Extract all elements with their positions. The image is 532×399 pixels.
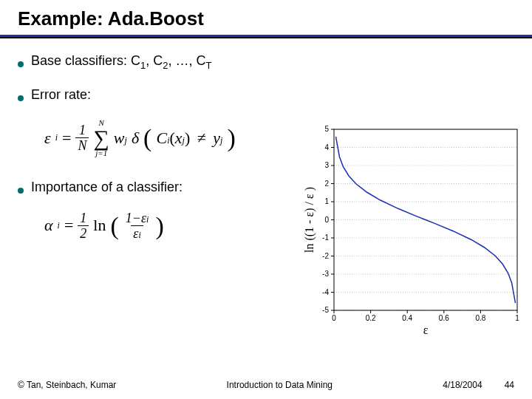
sum-lower: j=1 bbox=[95, 149, 107, 157]
sym: = bbox=[64, 216, 73, 235]
svg-text:1: 1 bbox=[515, 314, 519, 322]
svg-text:0: 0 bbox=[324, 216, 329, 224]
text: Base classifiers: C bbox=[31, 53, 140, 68]
subscript: 2 bbox=[163, 60, 168, 71]
svg-text:-3: -3 bbox=[322, 270, 329, 278]
sub: i bbox=[58, 220, 60, 231]
bullet-base-classifiers: Base classifiers: C1, C2, …, CT bbox=[18, 53, 514, 71]
sym: δ bbox=[132, 129, 139, 148]
paren-close: ) bbox=[155, 216, 163, 236]
sym: = bbox=[62, 129, 71, 148]
paren-open: ( bbox=[143, 128, 151, 148]
denominator: εi bbox=[131, 225, 143, 240]
svg-text:0.4: 0.4 bbox=[402, 314, 412, 322]
bullet-icon bbox=[18, 61, 24, 67]
footer: © Tan, Steinbach, Kumar Introduction to … bbox=[0, 380, 532, 390]
svg-text:0.6: 0.6 bbox=[439, 314, 449, 322]
subscript: T bbox=[206, 60, 212, 71]
denominator: 2 bbox=[78, 225, 89, 240]
bullet-text: Error rate: bbox=[31, 87, 91, 103]
importance-chart: 00.20.40.60.81-5-4-3-2-1012345εln ((1 - … bbox=[303, 122, 525, 336]
paren-open: ( bbox=[110, 216, 118, 236]
svg-text:5: 5 bbox=[324, 125, 329, 133]
svg-text:-4: -4 bbox=[322, 288, 329, 296]
sub: i bbox=[55, 132, 58, 143]
numerator: 1 bbox=[77, 123, 88, 137]
sub: j bbox=[220, 135, 222, 146]
svg-text:ln ((1 - ε) / ε ): ln ((1 - ε) / ε ) bbox=[303, 187, 316, 253]
footer-page: 44 bbox=[505, 380, 514, 390]
sym: w bbox=[114, 129, 125, 147]
svg-text:ε: ε bbox=[423, 324, 429, 336]
svg-text:1: 1 bbox=[324, 197, 329, 205]
numerator: 1−εi bbox=[123, 211, 151, 225]
summation: N ∑ j=1 bbox=[93, 119, 109, 157]
sub: j bbox=[125, 135, 127, 146]
text: , …, C bbox=[168, 53, 206, 68]
denominator: N bbox=[75, 137, 89, 152]
footer-title: Introduction to Data Mining bbox=[116, 380, 443, 390]
fraction: 1 2 bbox=[78, 211, 89, 240]
svg-text:0: 0 bbox=[332, 314, 336, 322]
numerator: 1 bbox=[78, 211, 89, 225]
svg-text:0.8: 0.8 bbox=[475, 314, 485, 322]
sym: ) bbox=[185, 129, 190, 147]
sym: α bbox=[44, 216, 53, 235]
sym: ≠ bbox=[197, 129, 206, 147]
bullet-error-rate: Error rate: bbox=[18, 87, 514, 103]
bullet-text: Importance of a classifier: bbox=[31, 180, 183, 195]
svg-text:0.2: 0.2 bbox=[366, 314, 376, 322]
svg-text:-1: -1 bbox=[322, 233, 329, 242]
svg-text:2: 2 bbox=[324, 180, 329, 188]
sym: ε bbox=[44, 129, 51, 148]
fraction: 1 N bbox=[75, 123, 89, 152]
paren-close: ) bbox=[227, 128, 235, 148]
sym: C bbox=[156, 129, 167, 147]
sym: x bbox=[175, 129, 183, 147]
footer-date: 4/18/2004 bbox=[443, 380, 482, 390]
sym: ln bbox=[93, 216, 106, 235]
page-title: Example: Ada.Boost bbox=[0, 0, 532, 35]
svg-text:-5: -5 bbox=[322, 306, 329, 314]
bullet-text: Base classifiers: C1, C2, …, CT bbox=[31, 53, 212, 71]
bullet-icon bbox=[18, 188, 24, 194]
sym: ( bbox=[169, 129, 174, 147]
sym: y bbox=[213, 129, 220, 147]
bullet-icon bbox=[18, 95, 24, 101]
fraction: 1−εi εi bbox=[123, 211, 151, 240]
svg-text:-2: -2 bbox=[322, 252, 329, 260]
svg-text:4: 4 bbox=[324, 143, 329, 151]
text: , C bbox=[146, 53, 163, 68]
svg-text:3: 3 bbox=[324, 161, 329, 169]
footer-copyright: © Tan, Steinbach, Kumar bbox=[18, 380, 116, 390]
